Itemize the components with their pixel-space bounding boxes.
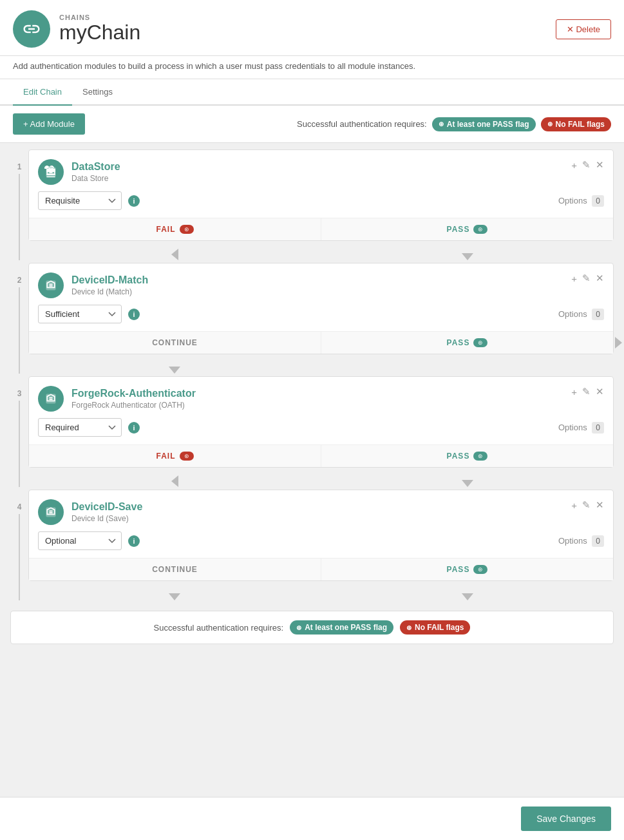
add-icon-1[interactable]: + xyxy=(571,160,577,171)
save-changes-button[interactable]: Save Changes xyxy=(521,807,611,831)
module-actions-2: + ✎ ✕ xyxy=(571,272,604,284)
pass-right-arrow-2 xyxy=(615,337,622,348)
step-number-4: 4 xyxy=(17,502,22,511)
page-wrapper: CHAINS myChain ✕ Delete Add authenticati… xyxy=(0,0,624,840)
module-subtitle-3: ForgeRock Authenticator (OATH) xyxy=(71,401,196,410)
summary-fail-label: No FAIL flags xyxy=(415,623,464,632)
options-label-1: Options 0 xyxy=(558,196,604,205)
options-count-4: 0 xyxy=(592,535,604,547)
info-icon-4[interactable]: i xyxy=(128,535,140,547)
delete-button[interactable]: ✕ Delete xyxy=(556,19,611,39)
gap-4 xyxy=(10,600,614,606)
fail-flag-badge: ⊛ No FAIL flags xyxy=(541,117,611,131)
header-left: CHAINS myChain xyxy=(13,10,140,48)
module-header-1: DataStore Data Store + ✎ ✕ xyxy=(29,150,613,191)
summary-fail-icon: ⊛ xyxy=(406,624,411,631)
module-controls-4: Requisite Sufficient Required Optional i… xyxy=(29,531,613,558)
continue-label-2: CONTINUE xyxy=(152,338,198,347)
edit-icon-2[interactable]: ✎ xyxy=(582,272,591,284)
outcome-row-3: FAIL ⊛ PASS ⊛ xyxy=(29,444,613,467)
edit-icon-1[interactable]: ✎ xyxy=(582,159,591,171)
info-icon-3[interactable]: i xyxy=(128,422,140,434)
fail-label-3: FAIL xyxy=(156,452,176,461)
module-icon-1 xyxy=(38,159,64,185)
header-title-group: CHAINS myChain xyxy=(59,14,140,44)
module-row-3: 3 ForgeRock-Authenticator ForgeRock Auth… xyxy=(10,376,614,487)
continue-arrow-4 xyxy=(28,581,321,600)
auth-requires: Successful authentication requires: ⊛ At… xyxy=(297,117,611,131)
module-title-3: ForgeRock-Authenticator xyxy=(71,388,196,399)
options-label-2: Options 0 xyxy=(558,309,604,319)
module-svg-2 xyxy=(44,279,57,292)
close-icon-3[interactable]: ✕ xyxy=(596,386,604,397)
fail-icon-3: ⊛ xyxy=(180,452,194,461)
options-count-1: 0 xyxy=(592,195,604,207)
module-actions-4: + ✎ ✕ xyxy=(571,499,604,511)
tab-edit-chain[interactable]: Edit Chain xyxy=(13,79,72,106)
num-col-2: 2 xyxy=(10,263,28,374)
arrow-down-shape-4b xyxy=(462,593,473,600)
toolbar: + Add Module Successful authentication r… xyxy=(0,106,624,143)
module-actions-3: + ✎ ✕ xyxy=(571,386,604,397)
add-module-button[interactable]: + Add Module xyxy=(13,113,85,135)
criteria-select-2[interactable]: Requisite Sufficient Required Optional xyxy=(38,305,122,323)
add-icon-2[interactable]: + xyxy=(571,273,577,284)
module-controls-3: Requisite Sufficient Required Optional i… xyxy=(29,418,613,444)
add-icon-4[interactable]: + xyxy=(571,500,577,511)
close-icon-2[interactable]: ✕ xyxy=(596,272,604,284)
outcome-row-1: FAIL ⊛ PASS ⊛ xyxy=(29,218,613,240)
summary-bar: Successful authentication requires: ⊛ At… xyxy=(10,611,614,644)
pass-arrow-4 xyxy=(321,581,614,600)
step-number-3: 3 xyxy=(17,389,22,398)
pass-label-4: PASS xyxy=(447,565,470,574)
criteria-select-3[interactable]: Requisite Sufficient Required Optional xyxy=(38,418,122,437)
close-icon-4[interactable]: ✕ xyxy=(596,499,604,511)
summary-pass-icon: ⊛ xyxy=(296,624,301,631)
module-info-3: ForgeRock-Authenticator ForgeRock Authen… xyxy=(38,386,196,412)
step-number-2: 2 xyxy=(17,276,22,285)
header: CHAINS myChain ✕ Delete xyxy=(0,0,624,56)
pass-label-2: PASS xyxy=(447,338,470,347)
pass-arrow-down-1 xyxy=(321,241,614,260)
criteria-select-4[interactable]: Requisite Sufficient Required Optional xyxy=(38,531,122,550)
options-label-4: Options 0 xyxy=(558,536,604,546)
module-card-3: ForgeRock-Authenticator ForgeRock Authen… xyxy=(28,376,614,468)
pass-arrow-2 xyxy=(321,354,614,374)
chain-name: myChain xyxy=(59,21,140,44)
module-svg-4 xyxy=(44,506,57,519)
module-svg-1 xyxy=(44,166,57,178)
criteria-select-1[interactable]: Requisite Sufficient Required Optional xyxy=(38,191,122,210)
outcome-pass-1: PASS ⊛ xyxy=(321,218,613,240)
close-icon-1[interactable]: ✕ xyxy=(596,159,604,171)
arrow-down-shape-3 xyxy=(462,480,473,487)
footer: Save Changes xyxy=(0,797,624,840)
module-svg-3 xyxy=(44,392,57,405)
fail-flag-icon: ⊛ xyxy=(547,120,553,128)
options-count-3: 0 xyxy=(592,422,604,434)
pass-flag-label: At least one PASS flag xyxy=(447,120,529,129)
info-icon-2[interactable]: i xyxy=(128,309,140,320)
module-card-1-wrapper: DataStore Data Store + ✎ ✕ Requisite xyxy=(28,149,614,260)
module-title-4: DeviceID-Save xyxy=(71,501,142,513)
fail-arrow-1 xyxy=(28,241,321,260)
tab-settings[interactable]: Settings xyxy=(72,79,123,106)
module-subtitle-4: Device Id (Save) xyxy=(71,514,142,523)
module-card-2: DeviceID-Match Device Id (Match) + ✎ ✕ xyxy=(28,263,614,354)
outcome-pass-2: PASS ⊛ xyxy=(321,332,613,354)
module-card-4-wrapper: DeviceID-Save Device Id (Save) + ✎ ✕ Re xyxy=(28,490,614,600)
edit-icon-3[interactable]: ✎ xyxy=(582,386,591,397)
pass-icon-3: ⊛ xyxy=(473,452,487,461)
main-content: 1 DataStore Data Store xyxy=(0,143,624,797)
module-text-3: ForgeRock-Authenticator ForgeRock Authen… xyxy=(71,388,196,410)
chain-icon xyxy=(13,10,50,48)
module-actions-1: + ✎ ✕ xyxy=(571,159,604,171)
outcome-row-4: CONTINUE PASS ⊛ xyxy=(29,558,613,580)
summary-fail-badge: ⊛ No FAIL flags xyxy=(400,620,470,635)
continue-arrow-2 xyxy=(28,354,321,374)
info-icon-1[interactable]: i xyxy=(128,195,140,207)
module-info-4: DeviceID-Save Device Id (Save) xyxy=(38,499,142,525)
module-title-1: DataStore xyxy=(71,161,120,173)
add-icon-3[interactable]: + xyxy=(571,387,577,397)
edit-icon-4[interactable]: ✎ xyxy=(582,499,591,511)
step-line-3 xyxy=(19,401,20,487)
